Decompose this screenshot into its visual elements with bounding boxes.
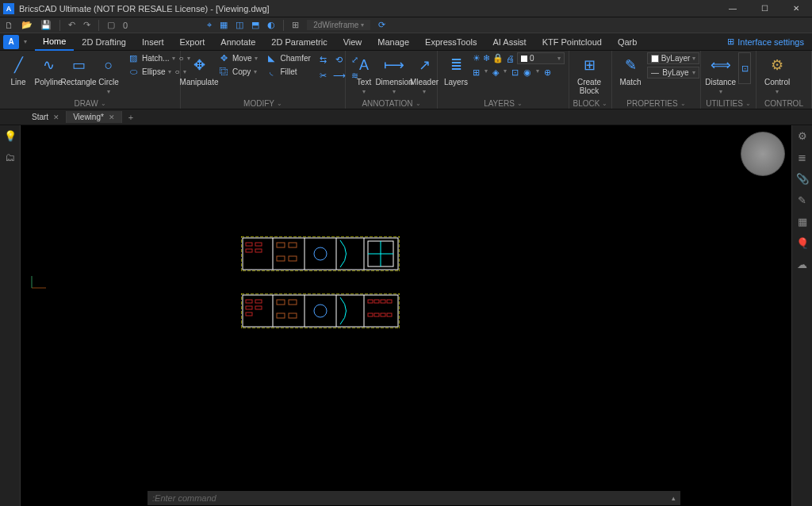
polyline-button[interactable]: ∿Polyline [35,52,62,88]
distance-button[interactable]: ⟺Distance▾ [706,52,735,97]
visual-style-value: 2dWireframe [313,21,358,29]
doc-tab-start[interactable]: Start✕ [25,111,67,123]
mleader-button[interactable]: ↗Mleader▾ [411,52,438,97]
fillet-button[interactable]: ◟Fillet [263,66,312,78]
tab-export[interactable]: Export [172,34,213,50]
ucs-icon[interactable]: ⌖ [207,20,212,30]
close-button[interactable]: ✕ [780,0,812,17]
manipulate-button[interactable]: ✥Manipulate [186,52,213,88]
svg-point-16 [314,247,327,260]
history-icon[interactable]: ▢ [107,20,115,30]
match-button[interactable]: ✎Match [617,52,644,88]
svg-rect-43 [387,313,392,316]
svg-rect-26 [246,300,252,303]
linetype-dropdown[interactable]: —ByLaye▾ [647,67,699,79]
visual-style-dropdown[interactable]: 2dWireframe ▾ [307,20,370,30]
refresh-icon[interactable]: ⟳ [378,20,385,30]
balloon-icon[interactable]: 🎈 [796,237,809,249]
undo-icon[interactable]: ↶ [68,20,75,30]
layers-button[interactable]: ≣Layers [442,52,469,88]
layer-dropdown[interactable]: 0▾ [517,52,565,64]
rectangle-button[interactable]: ▭Rectangle [65,52,92,88]
line-button[interactable]: ╱Line [5,52,32,88]
layers-panel-icon[interactable]: ≣ [798,151,806,163]
panel-title-control: CONTROL [761,98,806,109]
tab-2d-parametric[interactable]: 2D Parametric [263,34,335,50]
layer-tool-icon[interactable]: ⊡ [511,67,519,78]
ucs-icon [24,276,48,300]
copy-button[interactable]: ⿻Copy ▾ [216,66,260,77]
mirror-icon[interactable]: ⇆ [316,52,331,67]
app-menu-dropdown[interactable]: ▾ [24,38,27,45]
close-tab-icon[interactable]: ✕ [53,113,59,121]
new-icon[interactable]: 🗋 [5,21,13,30]
panel-title-block: BLOCK⌄ [574,98,607,109]
tab-2d-drafting[interactable]: 2D Drafting [74,34,134,50]
interface-settings-button[interactable]: ⊞ Interface settings [727,36,812,47]
tab-ai-assist[interactable]: AI Assist [485,34,534,50]
measure-icon[interactable]: ⊡ [738,52,751,84]
panel-title-annotation: ANNOTATION⌄ [350,98,432,109]
window-title: BricsCAD Ultimate (NOT FOR RESALE Licens… [19,4,717,13]
move-button[interactable]: ✥Move ▾ [216,52,260,64]
layer-tool-icon[interactable]: ⊕ [544,67,551,78]
lightbulb-icon[interactable]: 💡 [4,130,17,142]
cloud-icon[interactable]: ☁ [797,259,807,270]
tab-insert[interactable]: Insert [134,34,172,50]
left-toolbar: 💡 🗂 [0,125,21,506]
shade-icon[interactable]: ◐ [267,20,275,30]
command-line[interactable]: : Enter command ▴ [147,491,680,505]
minimize-button[interactable]: — [717,0,749,17]
tab-qarb[interactable]: Qarb [610,34,645,50]
layer-tool-icon[interactable]: ◉ [523,67,531,78]
attach-icon[interactable]: 📎 [796,173,809,185]
svg-rect-41 [374,313,379,316]
svg-rect-39 [387,300,392,303]
tab-view[interactable]: View [335,34,370,50]
close-tab-icon[interactable]: ✕ [109,113,115,121]
grid-icon[interactable]: ▦ [220,20,228,30]
navigation-cube[interactable] [741,132,785,176]
save-icon[interactable]: 💾 [40,20,52,30]
redo-icon[interactable]: ↷ [83,20,90,30]
settings-icon[interactable]: ⚙ [798,130,807,142]
chamfer-button[interactable]: ◣Chamfer [263,52,312,64]
control-button[interactable]: ⚙Control▾ [761,52,793,97]
svg-rect-34 [289,313,297,318]
layer-tool-icon[interactable]: ⊞ [473,67,480,78]
view-icon[interactable]: ⬒ [251,20,259,30]
circle-button[interactable]: ○Circle▾ [95,52,122,97]
tab-ktf-pointcloud[interactable]: KTF Pointcloud [534,34,610,50]
cmd-collapse-icon[interactable]: ▴ [672,494,676,502]
maximize-button[interactable]: ☐ [749,0,780,17]
rotate-icon[interactable]: ⟲ [332,52,347,67]
panel-title-layers: LAYERS⌄ [442,98,564,109]
extend-icon[interactable]: ⟶ [332,68,347,82]
color-dropdown[interactable]: ByLayer▾ [647,52,699,64]
layer-tool-icon[interactable]: ◈ [492,67,499,78]
structure-icon[interactable]: 🗂 [5,151,15,163]
quick-access-toolbar: 🗋 📂 💾 ↶ ↷ ▢ 0 ⌖ ▦ ◫ ⬒ ◐ ⊞ 2dWireframe ▾ … [0,17,812,33]
app-menu-button[interactable]: A [3,35,19,49]
trim-icon[interactable]: ✂ [316,68,331,82]
svg-point-35 [314,305,327,317]
open-icon[interactable]: 📂 [21,20,33,30]
svg-rect-27 [246,306,252,309]
svg-rect-40 [368,313,373,316]
grid-icon[interactable]: ▦ [798,216,807,228]
drawing-canvas[interactable]: : Enter command ▴ [21,125,791,506]
create-block-button[interactable]: ⊞CreateBlock [574,52,604,97]
new-doc-tab[interactable]: + [122,111,140,124]
svg-rect-13 [289,243,297,247]
tab-annotate[interactable]: Annotate [213,34,263,50]
3d-icon[interactable]: ◫ [236,20,243,30]
tool-icon[interactable]: ✎ [798,194,806,206]
tab-expresstools[interactable]: ExpressTools [417,34,485,50]
tab-home[interactable]: Home [35,33,74,51]
text-button[interactable]: AText▾ [350,52,377,97]
tab-manage[interactable]: Manage [370,34,417,50]
svg-rect-9 [246,249,252,252]
layer-iso-icon[interactable]: ⊞ [292,20,299,30]
dimension-button[interactable]: ⟼Dimension▾ [381,52,408,97]
doc-tab-viewing[interactable]: Viewing*✕ [67,111,122,123]
